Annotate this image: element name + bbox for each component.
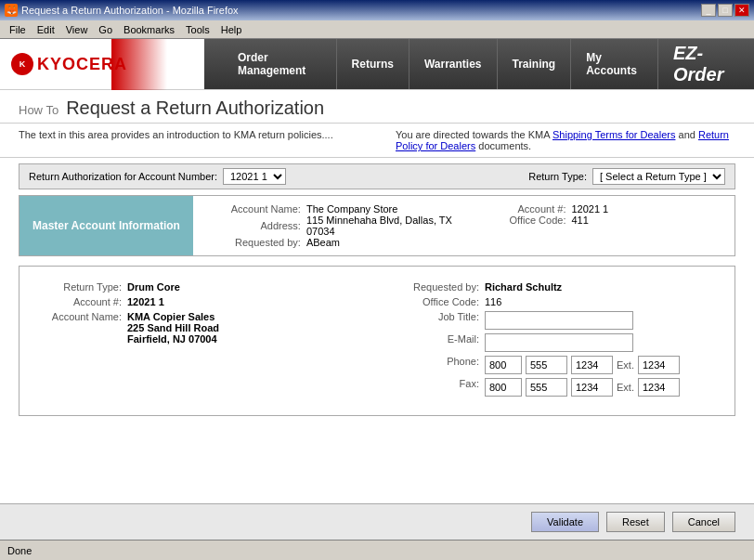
detail-acct-name-row: Account Name: KMA Copier Sales 225 Sand … (38, 311, 358, 345)
window-icon: 🦊 (5, 4, 18, 17)
detail-address-line2: Fairfield, NJ 07004 (127, 333, 219, 345)
nav-training[interactable]: Training (498, 39, 572, 89)
fax-area-input[interactable] (485, 378, 522, 397)
page-title-bar: How To Request a Return Authorization (0, 90, 754, 124)
detail-address-line1: 225 Sand Hill Road (127, 322, 219, 333)
form-header-bar: Return Authorization for Account Number:… (19, 163, 735, 189)
kyocera-icon: K (11, 53, 33, 75)
minimize-button[interactable]: _ (701, 4, 716, 17)
fax-ext-label: Ext. (617, 382, 634, 393)
detail-job-title-row: Job Title: (396, 311, 716, 330)
phone-group: Ext. (485, 356, 680, 374)
details-section: Return Type: Drum Core Account #: 12021 … (19, 266, 735, 416)
address-label: Address: (208, 220, 301, 231)
validate-button[interactable]: Validate (531, 512, 599, 532)
maximize-button[interactable]: □ (718, 4, 733, 17)
menu-bookmarks[interactable]: Bookmarks (118, 22, 180, 37)
account-name-value: The Company Store (306, 203, 397, 215)
job-title-input[interactable] (485, 311, 633, 330)
menu-bar: File Edit View Go Bookmarks Tools Help (0, 20, 754, 39)
email-input[interactable] (485, 333, 633, 352)
return-type-select[interactable]: [ Select a Return Type ]Drum CoreTonerEq… (592, 168, 725, 185)
office-code-value: 411 (571, 215, 588, 226)
bottom-button-bar: Validate Reset Cancel (0, 503, 754, 540)
ez-order-label: EZ-Order (658, 43, 754, 85)
detail-office-code-label: Office Code: (396, 296, 479, 307)
reset-button[interactable]: Reset (606, 512, 665, 532)
intro-bar: The text in this area provides an introd… (0, 124, 754, 158)
detail-acct-num-row: Account #: 12021 1 (38, 296, 358, 307)
account-name-label: Account Name: (208, 203, 301, 215)
detail-requested-by-row: Requested by: Richard Schultz (396, 281, 716, 293)
office-code-label: Office Code: (473, 215, 566, 226)
phone-area-input[interactable] (485, 356, 522, 374)
window-titlebar: 🦊 Request a Return Authorization - Mozil… (0, 0, 754, 20)
detail-requested-by-value: Richard Schultz (485, 281, 562, 293)
phone-last-input[interactable] (571, 356, 613, 374)
red-accent (111, 39, 167, 90)
fax-last-input[interactable] (571, 378, 613, 397)
menu-go[interactable]: Go (93, 22, 118, 37)
detail-return-type-label: Return Type: (38, 281, 122, 293)
detail-acct-num-value: 12021 1 (127, 296, 164, 307)
acct-num-value: 12021 1 (571, 203, 608, 215)
master-account-label: Master Account Information (20, 196, 193, 255)
detail-return-type-row: Return Type: Drum Core (38, 281, 358, 293)
fax-mid-input[interactable] (526, 378, 567, 397)
intro-pre: You are directed towards the KMA (396, 129, 552, 140)
fax-ext-input[interactable] (638, 378, 680, 397)
detail-job-title-label: Job Title: (396, 311, 479, 322)
fax-group: Ext. (485, 378, 680, 397)
detail-email-row: E-Mail: (396, 333, 716, 352)
detail-office-code-row: Office Code: 116 (396, 296, 716, 307)
account-number-select[interactable]: 12021 1 (223, 168, 286, 185)
detail-phone-row: Phone: Ext. (396, 356, 716, 374)
nav-order-management[interactable]: Order Management (223, 39, 337, 89)
intro-mid: and (679, 129, 698, 140)
phone-mid-input[interactable] (526, 356, 567, 374)
intro-left-text: The text in this area provides an introd… (19, 129, 358, 151)
nav-warranties[interactable]: Warranties (410, 39, 498, 89)
menu-edit[interactable]: Edit (32, 22, 60, 37)
intro-post: documents. (478, 140, 531, 151)
page-content: How To Request a Return Authorization Th… (0, 90, 754, 540)
master-account-section: Master Account Information Account Name:… (19, 195, 735, 256)
window-title: Request a Return Authorization - Mozilla… (21, 5, 239, 16)
address-row: Address: 115 Minnehaha Blvd, Dallas, TX … (208, 215, 455, 237)
status-bar: Done (0, 540, 754, 560)
shipping-terms-link[interactable]: Shipping Terms for Dealers (552, 129, 675, 140)
app-header: K KYOCERA Order Management Returns Warra… (0, 39, 754, 90)
menu-view[interactable]: View (60, 22, 94, 37)
menu-help[interactable]: Help (215, 22, 248, 37)
account-number-label: Return Authorization for Account Number: (29, 171, 217, 182)
detail-office-code-value: 116 (485, 296, 501, 307)
detail-return-type-value: Drum Core (127, 281, 180, 293)
nav-bar: Order Management Returns Warranties Trai… (204, 39, 754, 89)
requested-by-row: Requested by: ABeam (208, 237, 455, 248)
detail-fax-label: Fax: (396, 378, 479, 389)
menu-tools[interactable]: Tools (180, 22, 215, 37)
master-account-content: Account Name: The Company Store Address:… (193, 196, 734, 255)
menu-file[interactable]: File (4, 22, 32, 37)
phone-ext-input[interactable] (638, 356, 680, 374)
cancel-button[interactable]: Cancel (672, 512, 735, 532)
status-text: Done (7, 545, 32, 556)
close-button[interactable]: ✕ (734, 4, 749, 17)
requested-by-label: Requested by: (208, 237, 301, 248)
detail-acct-num-label: Account #: (38, 296, 122, 307)
intro-right-text: You are directed towards the KMA Shippin… (396, 129, 735, 151)
phone-ext-label: Ext. (617, 359, 634, 371)
nav-returns[interactable]: Returns (337, 39, 410, 89)
window-controls[interactable]: _ □ ✕ (701, 4, 749, 17)
how-to-label: How To (19, 103, 58, 117)
detail-requested-by-label: Requested by: (396, 281, 479, 293)
nav-my-accounts[interactable]: My Accounts (571, 39, 658, 89)
requested-by-value: ABeam (306, 237, 340, 248)
acct-num-label: Account #: (473, 203, 566, 215)
address-value: 115 Minnehaha Blvd, Dallas, TX 07034 (306, 215, 455, 237)
detail-phone-label: Phone: (396, 356, 479, 367)
return-type-label: Return Type: (528, 171, 587, 182)
account-name-row: Account Name: The Company Store (208, 203, 455, 215)
office-code-row: Office Code: 411 (473, 215, 720, 226)
detail-acct-name-label: Account Name: (38, 311, 122, 322)
